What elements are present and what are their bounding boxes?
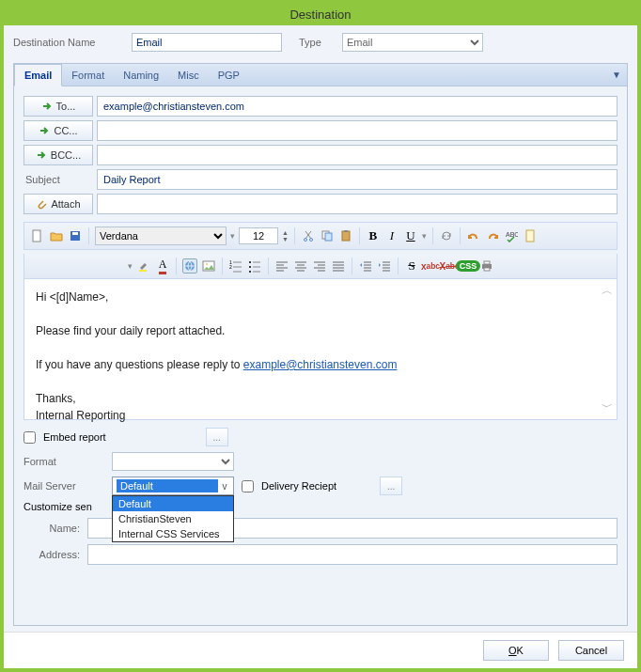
body-email-link[interactable]: example@christiansteven.com [243,358,398,371]
delivery-receipt-checkbox[interactable] [242,480,254,492]
arrow-right-icon [39,125,50,136]
mailserver-option-default[interactable]: Default [113,496,233,511]
format-label: Format [23,456,104,467]
bold-icon[interactable]: B [366,228,381,243]
bcc-input[interactable] [97,145,618,165]
mailserver-label: Mail Server [23,480,104,492]
underline-icon[interactable]: U [403,228,418,243]
type-label: Type [299,37,336,48]
strike-icon[interactable]: S [404,258,419,273]
svg-rect-22 [484,268,490,271]
open-folder-icon[interactable] [49,228,64,243]
sender-address-input[interactable] [87,544,618,565]
list-bullet-icon[interactable] [247,258,262,273]
body-signature: Internal Reporting [36,407,605,424]
font-select[interactable]: Verdana [95,227,227,245]
new-doc-icon[interactable] [30,228,45,243]
size-down-icon[interactable]: ▼ [282,236,289,242]
svg-point-18 [249,266,251,268]
undo-icon[interactable] [466,228,481,243]
dialog-footer: OK Cancel [4,632,637,668]
image-icon[interactable] [201,258,216,273]
paste-icon[interactable] [338,228,353,243]
refresh-icon[interactable] [439,228,454,243]
align-right-icon[interactable] [312,258,327,273]
editor-area[interactable]: ︿ Hi <[d]Name>, Please find your daily r… [23,279,618,420]
align-left-icon[interactable] [274,258,289,273]
subject-input[interactable] [97,169,618,190]
editor-toolbar-1: Verdana ▾ ▲▼ B I U ▾ ABC [23,222,618,250]
tab-naming[interactable]: Naming [114,65,168,86]
to-button-label: To... [56,101,76,112]
destination-dialog: Destination Destination Name Type Email … [0,0,641,672]
cancel-button[interactable]: Cancel [558,640,624,661]
svg-rect-10 [526,230,534,242]
content-area: Destination Name Type Email Email Format… [4,25,637,632]
destination-name-label: Destination Name [13,37,126,48]
arrow-right-icon [36,149,47,161]
tab-pgp[interactable]: PGP [209,65,249,86]
svg-point-19 [249,271,251,273]
svg-rect-6 [325,233,332,241]
tab-bar: Email Format Naming Misc PGP ▼ [13,63,628,86]
font-color-icon[interactable]: A [155,258,170,273]
to-input[interactable] [97,96,618,117]
mailserver-option-internalcss[interactable]: Internal CSS Services [113,526,233,541]
subscript-abc-icon[interactable]: Xabc [442,258,457,273]
options-area: Embed report ... Format Mail Server Defa… [23,428,618,570]
link-icon[interactable] [182,258,197,273]
to-button[interactable]: To... [23,96,93,117]
print-icon[interactable] [479,258,494,273]
mailserver-option-christiansteven[interactable]: ChristianSteven [113,511,233,526]
tab-format[interactable]: Format [62,65,114,86]
bcc-button-label: BCC... [51,149,81,161]
ok-button[interactable]: OK [483,640,549,661]
bcc-button[interactable]: BCC... [23,145,93,165]
attach-button[interactable]: Attach [23,194,93,214]
italic-icon[interactable]: I [384,228,399,243]
outdent-icon[interactable] [358,258,373,273]
attach-input[interactable] [97,194,618,214]
sender-name-label: Name: [23,523,80,534]
customize-sender-label: Customize sen [23,501,92,512]
redo-icon[interactable] [485,228,500,243]
cc-button[interactable]: CC... [23,120,93,141]
insert-doc-icon[interactable] [523,228,538,243]
body-thanks: Thanks, [36,390,605,407]
align-center-icon[interactable] [293,258,308,273]
body-line1: Please find your daily report attached. [36,322,605,339]
superscript-abc-icon[interactable]: xabc [423,258,438,273]
mailserver-value: Default [117,479,218,492]
editor-toolbar-2: ▾ A 12 S xabc Xabc [23,254,618,279]
copy-icon[interactable] [320,228,335,243]
mailserver-dropdown: Default ChristianSteven Internal CSS Ser… [112,495,234,542]
editor-body[interactable]: Hi <[d]Name>, Please find your daily rep… [24,279,617,433]
format-select[interactable] [112,452,234,471]
cc-input[interactable] [97,120,618,141]
svg-point-14 [206,263,208,265]
destination-name-input[interactable] [132,33,282,52]
tab-email[interactable]: Email [14,64,62,86]
scroll-up-icon[interactable]: ︿ [602,283,613,299]
tab-overflow-icon[interactable]: ▼ [612,70,621,80]
list-ordered-icon[interactable]: 12 [228,258,243,273]
mailserver-select[interactable]: Default v [112,477,234,495]
svg-rect-2 [72,232,78,235]
svg-rect-7 [342,231,350,241]
font-size-input[interactable] [239,227,278,244]
highlight-icon[interactable] [136,258,151,273]
align-justify-icon[interactable] [331,258,346,273]
svg-rect-11 [139,270,147,272]
svg-point-4 [309,239,312,242]
spellcheck-icon[interactable]: ABC [504,228,519,243]
save-icon[interactable] [68,228,83,243]
mailserver-browse-button[interactable]: ... [380,477,402,495]
size-up-icon[interactable]: ▲ [282,229,289,236]
body-greeting: Hi <[d]Name>, [36,289,605,305]
indent-icon[interactable] [377,258,392,273]
cut-icon[interactable] [301,228,316,243]
type-select[interactable]: Email [342,33,483,52]
tab-misc[interactable]: Misc [168,65,209,86]
css-badge-icon[interactable]: CSS [461,258,476,273]
scroll-down-icon[interactable]: ﹀ [602,399,613,415]
